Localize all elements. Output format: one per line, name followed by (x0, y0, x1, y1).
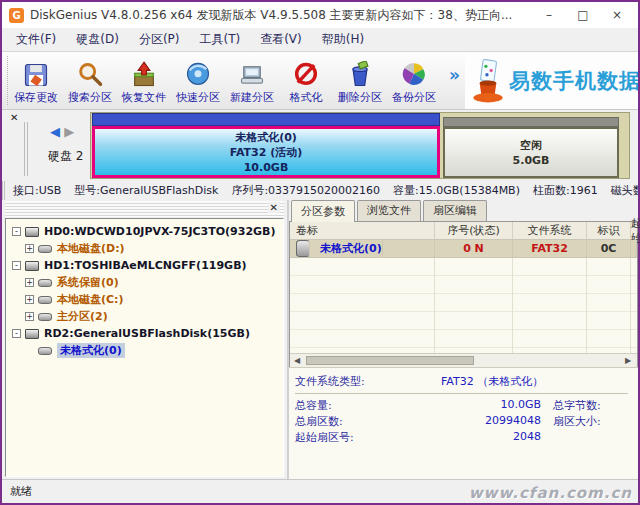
tree-item-local-c[interactable]: +本地磁盘(C:) (6, 291, 283, 308)
app-icon: G (9, 8, 24, 23)
disk-info-serial: 序列号:0337915020002160 (231, 183, 380, 198)
recover-files-label: 恢复文件 (122, 90, 166, 105)
header-id[interactable]: 标识 (587, 222, 631, 239)
menu-partition[interactable]: 分区(P) (129, 28, 190, 51)
partition1-name: 未格式化(0) (235, 130, 297, 145)
next-disk-arrow-icon[interactable]: ▶ (64, 124, 74, 139)
table-row[interactable]: 未格式化(0) 0 N FAT32 0C (290, 240, 637, 258)
disk-map-close-icon[interactable]: ✕ (10, 112, 18, 123)
tree-item-hd1[interactable]: -HD1:TOSHIBAeMLCNGFF(119GB) (6, 257, 283, 274)
details-separator (295, 393, 628, 394)
menu-file[interactable]: 文件(F) (6, 28, 66, 51)
menu-view[interactable]: 查看(V) (250, 28, 312, 51)
toolbar-grip (3, 56, 8, 105)
format-button[interactable]: 格式化 (279, 52, 333, 109)
fs-type-label: 文件系统类型: (295, 375, 365, 388)
disk-map-panel: ✕ ◀ ▶ 硬盘 2 未格式化(0) FAT32 (活动) 10.0GB 空闲 … (2, 110, 638, 200)
expander-icon[interactable]: + (25, 312, 34, 321)
disk-info-interface: 接口:USB (13, 183, 61, 198)
table-empty-area (290, 258, 637, 353)
scroll-right-icon[interactable]: ▶ (621, 356, 635, 365)
capacity-value: 10.0GB (441, 398, 541, 411)
disk-label: 硬盘 2 (48, 148, 83, 165)
horizontal-scrollbar[interactable]: ◀ ▶ (290, 353, 637, 367)
table-header-row: 卷标 序号(状态) 文件系统 标识 起始 (290, 222, 637, 240)
row-filesystem: FAT32 (513, 240, 587, 257)
partition-icon (38, 313, 52, 321)
partition-table: 卷标 序号(状态) 文件系统 标识 起始 未格式化(0) 0 N FAT32 0… (289, 221, 638, 367)
expander-icon[interactable]: - (12, 227, 21, 236)
free-name: 空闲 (520, 138, 542, 153)
partition-color-strip (92, 113, 440, 126)
delete-partition-label: 删除分区 (338, 90, 382, 105)
delete-partition-button[interactable]: 删除分区 (333, 52, 387, 109)
free-color-strip (443, 117, 619, 127)
expander-icon[interactable]: + (25, 295, 34, 304)
partition-icon (38, 279, 52, 287)
disk-icon (25, 329, 39, 339)
scrollbar-thumb[interactable] (306, 356, 474, 365)
expander-icon[interactable]: - (12, 261, 21, 270)
toolbar: 保存更改 搜索分区 恢复文件 快速分区 新建分区 格式化 删除分区 (2, 52, 638, 110)
sector-size-label: 扇区大小: (553, 414, 601, 429)
disk-info-heads: 磁头数:2 (611, 183, 638, 198)
close-button[interactable]: × (600, 4, 634, 26)
delete-partition-icon (345, 61, 375, 89)
tree-item-rd2[interactable]: -RD2:GeneralUSBFlashDisk(15GB) (6, 325, 283, 342)
disk-info-capacity: 容量:15.0GB(15384MB) (393, 183, 520, 198)
status-text: 就绪 (10, 484, 32, 499)
header-status[interactable]: 序号(状态) (435, 222, 513, 239)
search-partition-button[interactable]: 搜索分区 (63, 52, 117, 109)
tree-item-local-d[interactable]: +本地磁盘(D:) (6, 240, 283, 257)
disk-icon (25, 227, 39, 237)
total-bytes-label: 总字节数: (553, 398, 601, 413)
tree-pane-header[interactable]: ✕ (5, 201, 284, 217)
header-start[interactable]: 起始 (631, 222, 640, 239)
tree-item-system-reserved[interactable]: +系统保留(0) (6, 274, 283, 291)
recover-files-button[interactable]: 恢复文件 (117, 52, 171, 109)
disk-bar: 未格式化(0) FAT32 (活动) 10.0GB 空闲 5.0GB (90, 112, 630, 179)
tree-item-unformatted[interactable]: 未格式化(0) (6, 342, 283, 359)
toolbar-overflow-chevron[interactable]: » (441, 65, 465, 97)
expander-icon[interactable]: - (12, 329, 21, 338)
tree-item-hd0[interactable]: -HD0:WDCWD10JPVX-75JC3TO(932GB) (6, 223, 283, 240)
minimize-button[interactable]: – (532, 4, 566, 26)
row-id: 0C (587, 240, 631, 257)
new-partition-button[interactable]: 新建分区 (225, 52, 279, 109)
expander-icon[interactable]: + (25, 278, 34, 287)
tree-pane-close-icon[interactable]: ✕ (268, 202, 280, 213)
header-filesystem[interactable]: 文件系统 (513, 222, 587, 239)
partition-icon (38, 347, 52, 355)
format-label: 格式化 (290, 90, 323, 105)
free-size: 5.0GB (513, 153, 550, 168)
backup-partition-icon (399, 61, 429, 89)
backup-partition-button[interactable]: 备份分区 (387, 52, 441, 109)
menu-tools[interactable]: 工具(T) (189, 28, 250, 51)
detail-tabs: 分区参数 浏览文件 扇区编辑 (289, 200, 638, 221)
partition-block-unformatted[interactable]: 未格式化(0) FAT32 (活动) 10.0GB (92, 113, 440, 178)
tab-browse-files[interactable]: 浏览文件 (357, 200, 421, 221)
scroll-left-icon[interactable]: ◀ (290, 356, 304, 365)
save-changes-label: 保存更改 (14, 90, 58, 105)
partition-block-free[interactable]: 空闲 5.0GB (443, 117, 619, 178)
promo-banner[interactable]: 易数手机数据 (465, 52, 638, 109)
partition-details: 文件系统类型: FAT32 （未格式化） 总容量: 10.0GB 总字节数: 总… (289, 367, 638, 479)
menu-help[interactable]: 帮助(H) (312, 28, 374, 51)
maximize-button[interactable]: □ (566, 4, 600, 26)
tab-sector-edit[interactable]: 扇区编辑 (423, 200, 487, 221)
tree-pane: ✕ -HD0:WDCWD10JPVX-75JC3TO(932GB) +本地磁盘(… (2, 200, 287, 479)
menu-disk[interactable]: 硬盘(D) (66, 28, 129, 51)
capacity-label: 总容量: (295, 399, 332, 412)
quick-partition-button[interactable]: 快速分区 (171, 52, 225, 109)
header-volume[interactable]: 卷标 (290, 222, 435, 239)
expander-icon[interactable]: + (25, 244, 34, 253)
partition-icon (38, 296, 52, 304)
save-changes-button[interactable]: 保存更改 (9, 52, 63, 109)
disk-tree: -HD0:WDCWD10JPVX-75JC3TO(932GB) +本地磁盘(D:… (5, 218, 284, 477)
tree-item-primary[interactable]: +主分区(2) (6, 308, 283, 325)
quick-partition-icon (183, 61, 213, 89)
search-icon (75, 61, 105, 89)
prev-disk-arrow-icon[interactable]: ◀ (50, 124, 60, 139)
tab-partition-params[interactable]: 分区参数 (291, 200, 355, 222)
row-volume: 未格式化(0) (320, 240, 383, 257)
